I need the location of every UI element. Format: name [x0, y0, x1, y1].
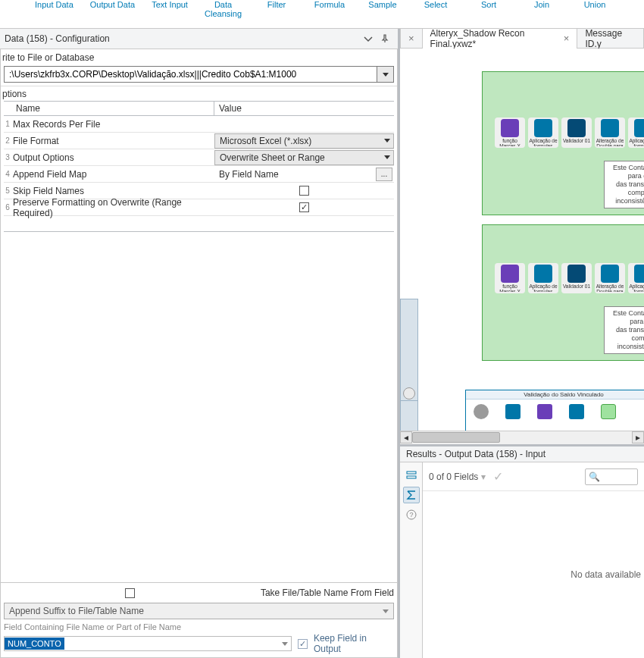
tool-text-input[interactable]: Text Input	[152, 0, 188, 9]
row-max-records[interactable]: 1 Max Records Per File	[4, 116, 394, 133]
write-label: rite to File or Database	[1, 49, 397, 66]
config-pane: Data (158) - Configuration rite to File …	[0, 29, 400, 658]
tool-sort[interactable]: Sort	[470, 0, 507, 9]
tool-filter[interactable]: Filter	[258, 0, 295, 9]
workflow-node[interactable]: Validador 01	[561, 263, 592, 293]
workflow-node[interactable]: Aplicação de formulas	[628, 118, 644, 148]
scroll-left-icon[interactable]: ◂	[400, 431, 412, 443]
keep-field-checkbox[interactable]	[298, 639, 308, 649]
workflow-node[interactable]: Alteração de Double para FixedDecimal	[595, 263, 625, 293]
row-output-options[interactable]: 3 Output Options Overwrite Sheet or Rang…	[4, 149, 394, 166]
skip-field-names-checkbox[interactable]	[299, 186, 309, 196]
workflow-node[interactable]: Validador 01	[561, 118, 592, 148]
tab-shadow-recon[interactable]: Alteryx_Shadow Recon Final.yxwz*×	[423, 29, 578, 49]
col-name: Name	[4, 102, 214, 115]
config-title: Data (158) - Configuration	[5, 33, 358, 44]
node-join[interactable]	[537, 404, 552, 419]
node-browse[interactable]	[474, 404, 489, 419]
results-view-sigma-icon[interactable]	[403, 487, 420, 503]
results-search[interactable]: 🔍	[585, 468, 638, 485]
file-format-select[interactable]: Microsoft Excel (*.xlsx)	[214, 133, 394, 149]
tool-data-cleansing[interactable]: Data Cleansing	[205, 0, 242, 18]
tool-sample[interactable]: Sample	[364, 0, 401, 9]
close-icon[interactable]: ×	[564, 33, 570, 43]
ellipsis-button[interactable]: ...	[376, 168, 392, 181]
options-table: Name Value 1 Max Records Per File 2 File…	[4, 101, 394, 232]
results-help-icon[interactable]: ?	[403, 506, 420, 523]
svg-rect-1	[407, 476, 416, 478]
tool-container-2[interactable]: função Marcas X LSGAplicação de formulas…	[482, 224, 644, 361]
take-name-from-field-checkbox[interactable]	[125, 588, 135, 598]
field-hint: Field Containing File Name or Part of Fi…	[4, 621, 394, 633]
row-preserve-formatting[interactable]: 6 Preserve Formatting on Overwrite (Rang…	[4, 199, 394, 216]
workflow-node[interactable]: Aplicação de formulas	[528, 263, 558, 293]
check-icon[interactable]: ✓	[493, 469, 503, 484]
workflow-node[interactable]: função Marcas X LSG	[495, 263, 525, 293]
output-path-dropdown[interactable]	[377, 66, 394, 83]
preserve-formatting-checkbox[interactable]	[299, 202, 309, 212]
fields-count[interactable]: 0 of 0 Fields ▾	[429, 472, 486, 482]
canvas-ruler[interactable]	[400, 299, 418, 405]
bottom-controls: Take File/Table Name From Field Append S…	[1, 582, 397, 657]
node-formula[interactable]	[505, 404, 521, 419]
field-name-select[interactable]: NUM_CONTO	[4, 636, 292, 651]
output-path-input[interactable]	[4, 66, 377, 83]
results-title: Results - Output Data (158) - Input	[400, 446, 644, 462]
row-append-field-map[interactable]: 4 Append Field Map By Field Name...	[4, 166, 394, 183]
svg-text:?: ?	[409, 511, 413, 519]
close-left-tab[interactable]: ×	[400, 29, 423, 49]
canvas-tabs: × Alteryx_Shadow Recon Final.yxwz*× Mess…	[400, 29, 644, 49]
keep-field-label: Keep Field in Output	[314, 633, 394, 654]
results-panel: Results - Output Data (158) - Input ? 0 …	[400, 444, 644, 658]
row-file-format[interactable]: 2 File Format Microsoft Excel (*.xlsx)	[4, 133, 394, 149]
workflow-canvas[interactable]: função Marcas X LSGAplicação de formulas…	[400, 49, 644, 444]
container-note-2: Este Container serve para criaç das tran…	[604, 306, 644, 354]
options-label: ptions	[1, 86, 397, 101]
workflow-node[interactable]: Aplicação de formulas	[628, 263, 644, 293]
svg-rect-0	[407, 472, 416, 474]
pin-icon[interactable]	[378, 32, 392, 45]
tool-union[interactable]: Union	[577, 0, 613, 9]
container-note-1: Este Container serve para criaçã das tra…	[604, 161, 644, 208]
col-value: Value	[214, 102, 394, 115]
config-header: Data (158) - Configuration	[0, 29, 398, 49]
tool-output-data[interactable]: Output Data	[90, 0, 135, 9]
top-toolbar: Input Data Output Data Text Input Data C…	[0, 0, 644, 29]
tool-join[interactable]: Join	[524, 0, 560, 9]
canvas-hscrollbar[interactable]: ◂ ▸	[400, 431, 644, 444]
results-toolbar: ?	[400, 462, 423, 658]
tool-container-1[interactable]: função Marcas X LSGAplicação de formulas…	[482, 71, 644, 215]
macro-input-icon[interactable]	[403, 387, 415, 400]
workflow-node[interactable]: Alteração de Double para FixedDecimal	[595, 118, 625, 148]
node-formula-2[interactable]	[569, 404, 584, 419]
results-view-rows-icon[interactable]	[403, 467, 420, 484]
workflow-node[interactable]: Aplicação de formulas	[528, 118, 558, 148]
tool-formula[interactable]: Formula	[311, 0, 348, 9]
workflow-node[interactable]: função Marcas X LSG	[495, 118, 525, 148]
node-output[interactable]	[601, 404, 616, 419]
tab-message-id[interactable]: Message ID.y	[577, 29, 644, 49]
search-icon: 🔍	[589, 472, 600, 482]
name-mode-select[interactable]: Append Suffix to File/Table Name	[4, 603, 394, 619]
collapse-icon[interactable]	[361, 32, 375, 45]
tool-select[interactable]: Select	[417, 0, 454, 9]
no-data-label: No data available	[423, 491, 644, 658]
take-label: Take File/Table Name From Field	[261, 588, 394, 598]
scroll-right-icon[interactable]: ▸	[632, 431, 644, 443]
output-options-select[interactable]: Overwrite Sheet or Range	[214, 150, 394, 165]
tool-input-data[interactable]: Input Data	[35, 0, 73, 9]
